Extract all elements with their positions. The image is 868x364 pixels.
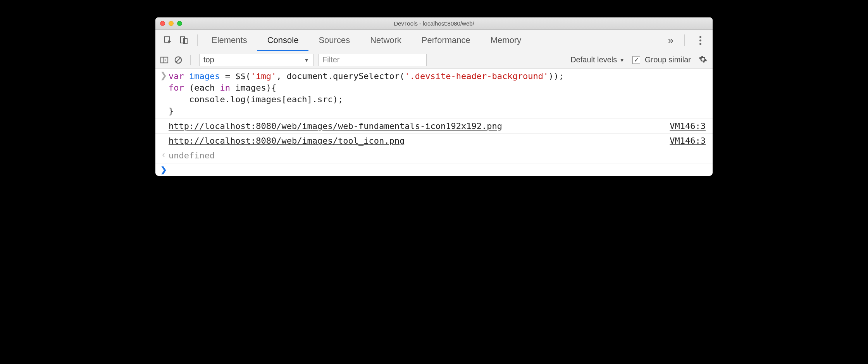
console-log-row: http://localhost:8080/web/images/tool_ic… bbox=[155, 134, 713, 148]
tab-network[interactable]: Network bbox=[360, 30, 412, 51]
console-input[interactable] bbox=[169, 165, 708, 174]
console-input-row: ❯ var images = $$('img', document.queryS… bbox=[155, 69, 713, 119]
console-return-row: ‹ undefined bbox=[155, 148, 713, 163]
main-tabs: Elements Console Sources Network Perform… bbox=[155, 30, 713, 51]
levels-label: Default levels bbox=[570, 55, 617, 64]
svg-rect-3 bbox=[161, 57, 168, 63]
toggle-device-icon[interactable] bbox=[179, 35, 189, 46]
tab-console[interactable]: Console bbox=[257, 30, 309, 51]
console-output[interactable]: ❯ var images = $$('img', document.queryS… bbox=[155, 69, 713, 176]
divider bbox=[190, 55, 191, 65]
group-similar-label: Group similar bbox=[645, 55, 691, 64]
inspect-element-icon[interactable] bbox=[162, 35, 173, 46]
menu-icon[interactable] bbox=[696, 36, 705, 45]
chevron-down-icon: ▼ bbox=[619, 57, 625, 63]
titlebar: DevTools - localhost:8080/web/ bbox=[155, 17, 713, 30]
tab-elements[interactable]: Elements bbox=[202, 30, 257, 51]
tab-memory[interactable]: Memory bbox=[480, 30, 531, 51]
context-selector[interactable]: top ▼ bbox=[199, 54, 313, 66]
divider bbox=[197, 34, 198, 46]
toggle-sidebar-icon[interactable] bbox=[158, 54, 170, 66]
clear-console-icon[interactable] bbox=[172, 54, 184, 66]
traffic-lights bbox=[155, 21, 182, 26]
more-tabs-icon[interactable]: » bbox=[668, 34, 673, 46]
log-link[interactable]: http://localhost:8080/web/images/tool_ic… bbox=[169, 136, 405, 146]
settings-icon[interactable] bbox=[699, 55, 707, 65]
prompt-icon: ❯ bbox=[158, 165, 169, 174]
filter-input[interactable] bbox=[318, 54, 427, 66]
tab-sources[interactable]: Sources bbox=[308, 30, 360, 51]
svg-rect-1 bbox=[181, 37, 184, 43]
group-similar-checkbox[interactable]: ✓ bbox=[632, 56, 640, 64]
console-log-row: http://localhost:8080/web/images/web-fun… bbox=[155, 119, 713, 134]
minimize-window-button[interactable] bbox=[169, 21, 174, 26]
input-marker-icon: ❯ bbox=[158, 70, 169, 117]
svg-line-6 bbox=[176, 58, 181, 62]
console-code[interactable]: var images = $$('img', document.querySel… bbox=[169, 70, 708, 117]
log-source-link[interactable]: VM146:3 bbox=[670, 121, 706, 131]
log-source-link[interactable]: VM146:3 bbox=[670, 136, 706, 146]
console-prompt-row[interactable]: ❯ bbox=[155, 163, 713, 176]
log-levels-selector[interactable]: Default levels ▼ ✓ Group similar bbox=[570, 55, 696, 64]
close-window-button[interactable] bbox=[160, 21, 165, 26]
devtools-window: DevTools - localhost:8080/web/ Elements … bbox=[155, 17, 713, 176]
divider bbox=[684, 34, 685, 46]
zoom-window-button[interactable] bbox=[177, 21, 182, 26]
log-link[interactable]: http://localhost:8080/web/images/web-fun… bbox=[169, 121, 502, 131]
output-marker-icon: ‹ bbox=[158, 150, 169, 161]
tab-performance[interactable]: Performance bbox=[412, 30, 480, 51]
context-value: top bbox=[203, 55, 214, 64]
chevron-down-icon: ▼ bbox=[304, 57, 309, 63]
return-value: undefined bbox=[169, 150, 708, 161]
window-title: DevTools - localhost:8080/web/ bbox=[155, 20, 713, 27]
console-toolbar: top ▼ Default levels ▼ ✓ Group similar bbox=[155, 51, 713, 69]
